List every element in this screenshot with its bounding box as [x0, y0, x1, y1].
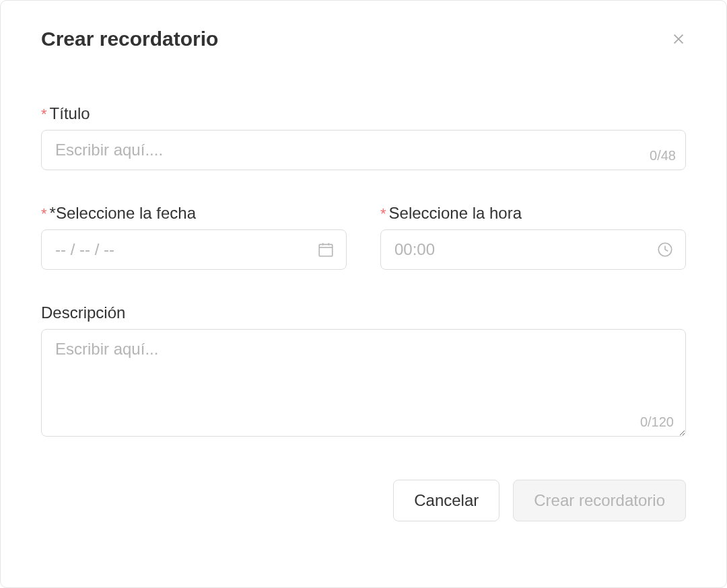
title-char-counter: 0/48	[650, 148, 676, 163]
create-reminder-modal: Crear recordatorio *Título 0/48 **Selecc…	[0, 0, 727, 588]
svg-line-8	[665, 250, 668, 251]
cancel-button[interactable]: Cancelar	[393, 480, 499, 521]
title-field-group: *Título 0/48	[41, 104, 686, 170]
required-asterisk: *	[41, 106, 47, 122]
description-field-group: Descripción 0/120	[41, 303, 686, 439]
required-asterisk: *	[41, 205, 47, 222]
required-asterisk: *	[380, 205, 386, 222]
modal-header: Crear recordatorio	[41, 28, 686, 50]
title-input-wrapper: 0/48	[41, 130, 686, 170]
calendar-icon[interactable]	[317, 241, 335, 258]
description-label: Descripción	[41, 303, 686, 322]
date-label: **Seleccione la fecha	[41, 204, 347, 223]
clock-icon[interactable]	[656, 241, 674, 258]
modal-footer: Cancelar Crear recordatorio	[41, 480, 686, 521]
title-input[interactable]	[41, 130, 686, 170]
svg-rect-2	[319, 244, 333, 256]
close-icon[interactable]	[671, 32, 686, 46]
modal-title: Crear recordatorio	[41, 28, 218, 50]
date-time-row: **Seleccione la fecha *Seleccione la hor…	[41, 204, 686, 270]
description-char-counter: 0/120	[640, 414, 674, 430]
title-label-text: Título	[50, 104, 90, 122]
description-input[interactable]	[41, 329, 686, 437]
date-label-text: *Seleccione la fecha	[50, 204, 196, 222]
title-label: *Título	[41, 104, 686, 123]
date-field-group: **Seleccione la fecha	[41, 204, 347, 270]
create-reminder-button[interactable]: Crear recordatorio	[513, 480, 686, 521]
description-textarea-wrapper: 0/120	[41, 329, 686, 439]
date-picker-wrapper	[41, 229, 347, 270]
time-label-text: Seleccione la hora	[389, 204, 522, 222]
time-input[interactable]	[380, 229, 686, 270]
time-label: *Seleccione la hora	[380, 204, 686, 223]
time-picker-wrapper	[380, 229, 686, 270]
date-input[interactable]	[41, 229, 347, 270]
time-field-group: *Seleccione la hora	[380, 204, 686, 270]
